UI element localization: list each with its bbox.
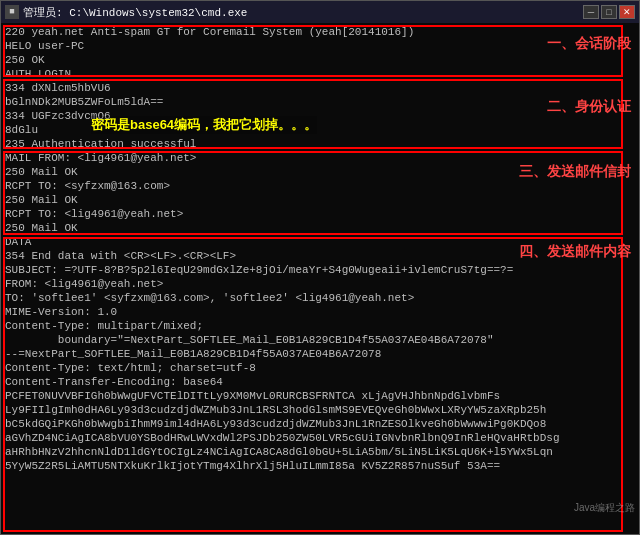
terminal-line-12: 250 Mail OK [5,193,635,207]
terminal-line-6: 334 UGFzc3dvcmQ6 [5,109,635,123]
terminal-line-10: 250 Mail OK [5,165,635,179]
terminal-line-3: AUTH LOGIN [5,67,635,81]
terminal-line-32: aHRhbHNzV2hhcnNldD1ldGYtOCIgLz4NCiAgICA8… [5,445,635,459]
title-bar-buttons: ─ □ ✕ [583,5,635,19]
terminal: 220 yeah.net Anti-spam GT for Coremail S… [1,23,639,534]
terminal-line-26: Content-Transfer-Encoding: base64 [5,375,635,389]
terminal-line-9: MAIL FROM: <lig4961@yeah.net> [5,151,635,165]
terminal-line-21: Content-Type: multipart/mixed; [5,319,635,333]
terminal-line-5: bGlnNDk2MUB5ZWFoLm5ldA== [5,95,635,109]
close-button[interactable]: ✕ [619,5,635,19]
terminal-line-31: aGVhZD4NCiAgICA8bVU0YSBodHRwLWVxdWl2PSJD… [5,431,635,445]
terminal-line-20: MIME-Version: 1.0 [5,305,635,319]
window-icon: ■ [5,5,19,19]
terminal-line-4: 334 dXNlcm5hbVU6 [5,81,635,95]
terminal-line-2: 250 OK [5,53,635,67]
terminal-line-11: RCPT TO: <syfzxm@163.com> [5,179,635,193]
title-bar-left: ■ 管理员: C:\Windows\system32\cmd.exe [5,5,247,20]
terminal-line-19: TO: 'softlee1' <syfzxm@163.com>, 'softle… [5,291,635,305]
terminal-line-14: 250 Mail OK [5,221,635,235]
cmd-window: ■ 管理员: C:\Windows\system32\cmd.exe ─ □ ✕… [0,0,640,535]
terminal-line-7: 8dGlu [5,123,635,137]
terminal-line-29: Ly9FIIlgImh0dHA6Ly93d3cudzdjdWZMub3JnL1R… [5,403,635,417]
terminal-line-1: HELO user-PC [5,39,635,53]
terminal-line-24: --=NextPart_SOFTLEE_Mail_E0B1A829CB1D4f5… [5,347,635,361]
terminal-line-25: Content-Type: text/html; charset=utf-8 [5,361,635,375]
terminal-line-13: RCPT TO: <lig4961@yeah.net> [5,207,635,221]
terminal-line-33: 5YyW5Z2R5LiAMTU5NTXkuKrlkIjotYTmg4XlhrXl… [5,459,635,473]
title-bar-text: 管理员: C:\Windows\system32\cmd.exe [23,5,247,20]
terminal-line-22: boundary="=NextPart_SOFTLEE_Mail_E0B1A82… [5,333,635,347]
maximize-button[interactable]: □ [601,5,617,19]
terminal-line-17: SUBJECT: =?UTF-8?B?5p2l6IeqU29mdGxlZe+8j… [5,263,635,277]
terminal-line-16: 354 End data with <CR><LF>.<CR><LF> [5,249,635,263]
terminal-line-15: DATA [5,235,635,249]
terminal-line-30: bC5kdGQiPKGh0bWwgbiIhmM9iml4dHA6Ly93d3cu… [5,417,635,431]
terminal-content: 220 yeah.net Anti-spam GT for Coremail S… [1,23,639,534]
watermark: Java编程之路 [557,490,635,526]
title-bar: ■ 管理员: C:\Windows\system32\cmd.exe ─ □ ✕ [1,1,639,23]
terminal-line-18: FROM: <lig4961@yeah.net> [5,277,635,291]
terminal-line-8: 235 Authentication successful [5,137,635,151]
terminal-line-0: 220 yeah.net Anti-spam GT for Coremail S… [5,25,635,39]
terminal-line-28: PCFET0NUVVBFIGh0bWwgUFVCTElDITtLy9XM0MvL… [5,389,635,403]
minimize-button[interactable]: ─ [583,5,599,19]
